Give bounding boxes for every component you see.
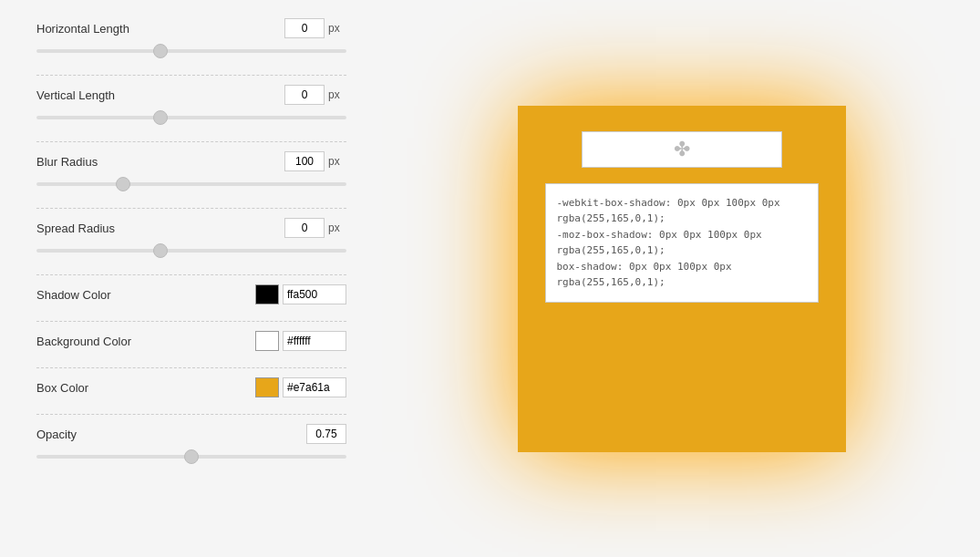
code-display: -webkit-box-shadow: 0px 0px 100px 0px rg… [545,183,819,304]
vertical-length-group: Vertical Length px [36,85,346,125]
shadow-color-label: Shadow Color [36,288,255,302]
vertical-length-input[interactable] [284,85,325,105]
opacity-input[interactable] [306,424,346,444]
blur-radius-slider[interactable] [36,177,346,191]
blur-radius-group: Blur Radius px [36,151,346,191]
spread-radius-group: Spread Radius px [36,218,346,258]
shadow-color-swatch[interactable] [255,284,279,304]
horizontal-length-slider[interactable] [36,44,346,58]
box-color-swatch[interactable] [255,377,279,397]
horizontal-length-input[interactable] [284,18,325,38]
background-color-input[interactable] [283,331,346,351]
box-color-label: Box Color [36,381,255,395]
shadow-color-group: Shadow Color [36,284,346,304]
puzzle-icon: ✤ [674,138,690,161]
preview-input-bar: ✤ [582,131,782,168]
code-line-1: -webkit-box-shadow: 0px 0px 100px 0px rg… [557,195,807,227]
vertical-length-label: Vertical Length [36,88,284,102]
spread-radius-unit: px [328,222,346,234]
code-line-2: -moz-box-shadow: 0px 0px 100px 0px rgba(… [557,227,807,259]
horizontal-length-unit: px [328,22,346,35]
blur-radius-unit: px [328,155,346,168]
spread-radius-input[interactable] [284,218,325,238]
horizontal-length-thumb[interactable] [153,44,168,58]
blur-radius-label: Blur Radius [36,155,284,169]
blur-radius-thumb[interactable] [116,177,130,191]
blur-radius-input[interactable] [284,151,325,171]
spread-radius-thumb[interactable] [153,243,168,258]
vertical-length-thumb[interactable] [153,110,168,125]
horizontal-length-group: Horizontal Length px [36,18,346,58]
shadow-color-input[interactable] [283,284,346,304]
horizontal-length-label: Horizontal Length [36,22,284,36]
spread-radius-slider[interactable] [36,243,346,258]
background-color-swatch[interactable] [255,331,279,351]
opacity-slider[interactable] [36,449,346,464]
opacity-group: Opacity [36,424,346,464]
left-panel: Horizontal Length px Vertical Length px … [0,0,383,557]
vertical-length-slider[interactable] [36,110,346,125]
preview-box: ✤ -webkit-box-shadow: 0px 0px 100px 0px … [518,106,846,452]
opacity-thumb[interactable] [184,449,199,464]
box-color-group: Box Color [36,377,346,397]
background-color-label: Background Color [36,335,255,348]
right-panel: ✤ -webkit-box-shadow: 0px 0px 100px 0px … [383,0,980,557]
background-color-group: Background Color [36,331,346,351]
spread-radius-label: Spread Radius [36,222,284,235]
box-color-input[interactable] [283,377,346,397]
code-line-3: box-shadow: 0px 0px 100px 0px rgba(255,1… [557,259,807,291]
opacity-label: Opacity [36,428,306,441]
vertical-length-unit: px [328,88,346,101]
